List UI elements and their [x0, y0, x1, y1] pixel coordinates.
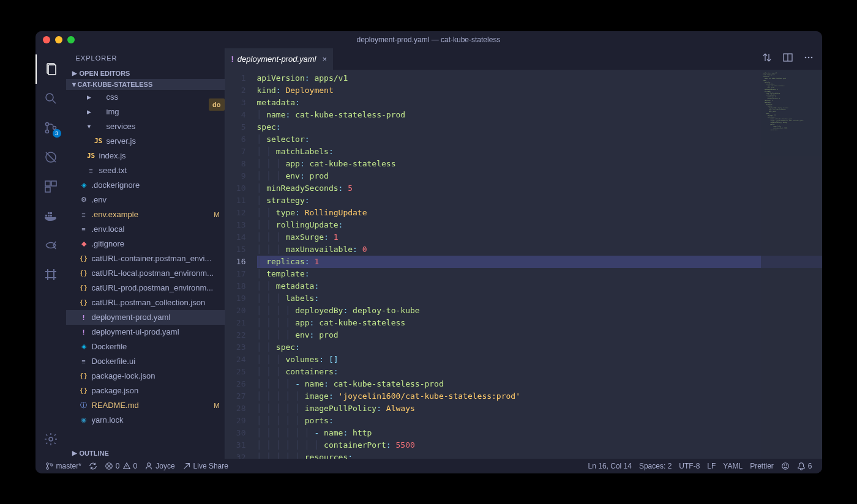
file-item[interactable]: JSindex.js: [66, 149, 225, 163]
svg-point-19: [804, 57, 806, 59]
language-mode[interactable]: YAML: [719, 462, 746, 470]
live-share-status[interactable]: Live Share: [179, 459, 232, 473]
settings-gear-icon[interactable]: [36, 424, 66, 454]
svg-rect-11: [45, 215, 47, 217]
extensions-icon[interactable]: [36, 172, 66, 201]
file-item[interactable]: {}catURL-local.postman_environm...: [66, 266, 225, 281]
svg-rect-14: [48, 212, 50, 214]
sync-status[interactable]: [85, 459, 101, 473]
file-item[interactable]: {}package.json: [66, 384, 225, 398]
file-item[interactable]: ◈Dockerfile: [66, 339, 225, 354]
source-control-icon[interactable]: 3: [36, 113, 66, 143]
feedback-icon[interactable]: [777, 462, 793, 470]
git-branch-status[interactable]: master*: [42, 459, 85, 473]
file-item[interactable]: ◉yarn.lock: [66, 413, 225, 428]
folder-item[interactable]: ▶css: [66, 90, 225, 105]
formatter-status[interactable]: Prettier: [746, 462, 777, 470]
file-item[interactable]: {}package-lock.json: [66, 369, 225, 384]
tab-deployment-prod[interactable]: ! deployment-prod.yaml ×: [225, 48, 334, 70]
file-label: catURL-local.postman_environm...: [92, 269, 214, 278]
file-label: services: [107, 122, 136, 131]
live-share-icon[interactable]: [36, 231, 66, 260]
chevron-down-icon: ▼: [86, 124, 93, 130]
chevron-right-icon: ▶: [71, 70, 78, 76]
modified-indicator: M: [214, 402, 219, 409]
close-window-button[interactable]: [43, 36, 50, 43]
svg-point-23: [46, 467, 48, 469]
file-item[interactable]: ≡Dockerfile.ui: [66, 354, 225, 369]
explorer-icon[interactable]: [36, 54, 66, 84]
info-icon: ⓘ: [78, 401, 89, 410]
more-actions-icon[interactable]: [804, 53, 814, 65]
open-editors-section[interactable]: ▶ OPEN EDITORS: [66, 68, 225, 79]
docker-icon[interactable]: [36, 201, 66, 231]
file-item[interactable]: ⚙.env: [66, 193, 225, 207]
svg-rect-8: [45, 181, 50, 186]
minimize-window-button[interactable]: [55, 36, 62, 43]
file-item[interactable]: ≡.env.exampleM: [66, 207, 225, 222]
svg-rect-1: [48, 65, 56, 75]
notifications-status[interactable]: 6: [793, 462, 816, 470]
yarn-icon: ◉: [78, 416, 89, 424]
svg-rect-12: [48, 215, 50, 217]
file-item[interactable]: {}catURL.postman_collection.json: [66, 295, 225, 310]
file-item[interactable]: ≡.env.local: [66, 222, 225, 237]
txt-icon: ≡: [78, 226, 89, 233]
compare-icon[interactable]: [762, 53, 772, 65]
file-item[interactable]: {}catURL-prod.postman_environm...: [66, 281, 225, 295]
cursor-position[interactable]: Ln 16, Col 14: [585, 462, 635, 470]
problems-status[interactable]: 0 0: [101, 459, 141, 473]
statusbar: master* 0 0 Joyce Live Share Ln 16, Col …: [36, 459, 822, 473]
editor-body[interactable]: 1234567891011121314151617181920212223242…: [225, 70, 822, 459]
json-icon: {}: [78, 284, 89, 292]
window-title: deployment-prod.yaml — cat-kube-stateles…: [357, 35, 501, 44]
file-item[interactable]: ◈.dockerignore: [66, 178, 225, 193]
scm-badge: 3: [53, 129, 61, 138]
minimap[interactable]: apiVersion: apps/v1kind: Deploymentmetad…: [761, 70, 822, 459]
yaml-icon: !: [231, 54, 234, 64]
file-label: catURL-prod.postman_environm...: [92, 283, 214, 292]
eol-status[interactable]: LF: [703, 462, 719, 470]
file-label: deployment-prod.yaml: [92, 313, 171, 322]
file-item[interactable]: {}catURL-container.postman_envi...: [66, 251, 225, 266]
file-item[interactable]: !deployment-ui-prod.yaml: [66, 325, 225, 339]
tabs-bar: ! deployment-prod.yaml ×: [225, 48, 822, 70]
close-tab-icon[interactable]: ×: [322, 54, 327, 64]
file-item[interactable]: !deployment-prod.yaml: [66, 310, 225, 325]
folder-item[interactable]: ▼services: [66, 119, 225, 134]
file-tree[interactable]: do ▶css▶img▼servicesJSserver.jsJSindex.j…: [66, 90, 225, 448]
file-label: package-lock.json: [92, 371, 155, 380]
file-label: .env: [92, 195, 107, 204]
json-icon: {}: [78, 298, 89, 306]
code-content[interactable]: apiVersion: apps/v1kind: Deploymentmetad…: [257, 70, 822, 459]
modified-indicator: M: [214, 211, 219, 218]
file-item[interactable]: ◆.gitignore: [66, 237, 225, 251]
folder-item[interactable]: ▶img: [66, 105, 225, 119]
svg-point-21: [810, 57, 812, 59]
file-label: deployment-ui-prod.yaml: [92, 327, 179, 336]
file-label: Dockerfile: [92, 342, 127, 351]
file-item[interactable]: JSserver.js: [66, 134, 225, 149]
git-icon: ◆: [78, 240, 89, 248]
live-share-user[interactable]: Joyce: [141, 459, 178, 473]
file-item[interactable]: ≡seed.txt: [66, 163, 225, 178]
file-label: index.js: [99, 151, 126, 160]
search-icon[interactable]: [36, 84, 66, 113]
explorer-title: EXPLORER: [66, 48, 225, 68]
indentation-status[interactable]: Spaces: 2: [635, 462, 675, 470]
svg-rect-13: [50, 215, 52, 217]
line-gutter: 1234567891011121314151617181920212223242…: [225, 70, 257, 459]
file-item[interactable]: ⓘREADME.mdM: [66, 398, 225, 413]
split-editor-icon[interactable]: [783, 53, 793, 65]
file-label: .dockerignore: [92, 180, 140, 190]
workspace-folder-header[interactable]: ▼ CAT-KUBE-STATELESS: [66, 79, 225, 90]
outline-section[interactable]: ▶ OUTLINE: [66, 448, 225, 459]
svg-point-4: [45, 122, 48, 125]
file-label: README.md: [92, 401, 139, 410]
file-label: server.js: [107, 136, 136, 146]
encoding-status[interactable]: UTF-8: [675, 462, 703, 470]
debug-icon[interactable]: [36, 143, 66, 172]
maximize-window-button[interactable]: [67, 36, 75, 43]
slack-icon[interactable]: [36, 260, 66, 289]
sidebar: EXPLORER ▶ OPEN EDITORS ▼ CAT-KUBE-STATE…: [66, 48, 225, 459]
